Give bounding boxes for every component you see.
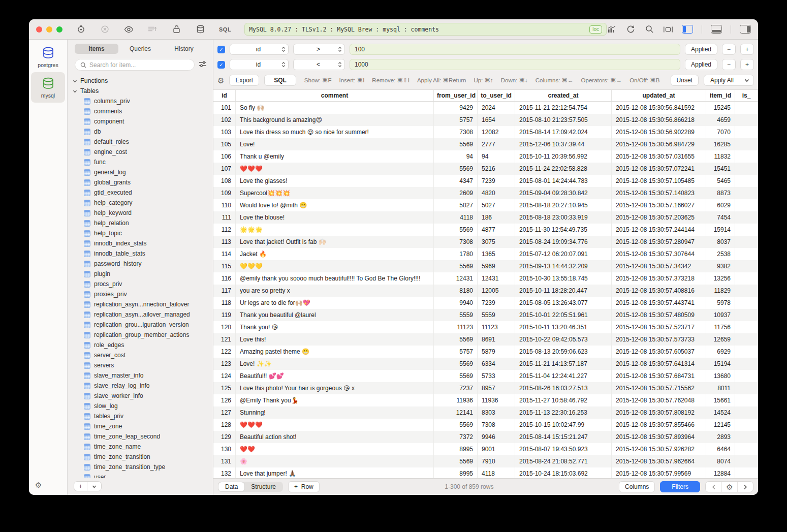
- grid-cell-to_user_id[interactable]: 94: [478, 150, 515, 163]
- add-row-button[interactable]: + Row: [288, 481, 320, 492]
- grid-cell-from_user_id[interactable]: 7237: [434, 382, 478, 394]
- sidebar-table-item[interactable]: tables_priv: [68, 411, 213, 421]
- filters-button[interactable]: Filters: [660, 481, 700, 492]
- grid-cell-updated_at[interactable]: 2015-12-08 15:30:57.926282: [612, 443, 706, 455]
- grid-cell-is_[interactable]: [735, 394, 758, 406]
- filter-enabled-checkbox[interactable]: ✓: [217, 61, 225, 69]
- remove-filter-button[interactable]: −: [722, 59, 736, 70]
- grid-cell-is_[interactable]: [735, 370, 758, 382]
- grid-cell-id[interactable]: 125: [213, 382, 236, 394]
- grid-cell-id[interactable]: 107: [213, 163, 236, 175]
- grid-cell-updated_at[interactable]: 2015-12-08 15:30:57.893964: [612, 431, 706, 443]
- grid-cell-item_id[interactable]: 4659: [706, 114, 735, 126]
- grid-cell-from_user_id[interactable]: 8995: [434, 443, 478, 455]
- sidebar-table-item[interactable]: innodb_index_stats: [68, 238, 213, 248]
- sidebar-table-item[interactable]: help_keyword: [68, 208, 213, 218]
- grid-cell-item_id[interactable]: 7454: [706, 211, 735, 224]
- add-item-button[interactable]: +: [74, 482, 87, 491]
- table-row[interactable]: 112🌟🌟🌟556948772015-11-30 12:54:49.735201…: [213, 224, 758, 236]
- table-row[interactable]: 119Thank you beautiful @laurel5559555920…: [213, 309, 758, 321]
- grid-cell-comment[interactable]: Love this!: [236, 333, 434, 346]
- grid-cell-from_user_id[interactable]: 2609: [434, 187, 478, 199]
- grid-cell-item_id[interactable]: 6464: [706, 443, 735, 455]
- lock-icon[interactable]: [171, 24, 181, 35]
- grid-cell-is_[interactable]: [735, 467, 758, 478]
- grid-cell-to_user_id[interactable]: 11936: [478, 394, 515, 406]
- grid-cell-to_user_id[interactable]: 8303: [478, 406, 515, 419]
- grid-cell-updated_at[interactable]: 2015-12-08 15:30:57.443741: [612, 297, 706, 309]
- filter-value-input[interactable]: [350, 59, 680, 70]
- sidebar-table-item[interactable]: user: [68, 472, 213, 478]
- table-row[interactable]: 113Love that jacket! Outfit is fab 🙌🏻730…: [213, 236, 758, 248]
- sql-preview-button[interactable]: SQL: [264, 75, 296, 86]
- sidebar-table-item[interactable]: password_history: [68, 259, 213, 269]
- grid-cell-is_[interactable]: [735, 126, 758, 138]
- grid-cell-id[interactable]: 120: [213, 321, 236, 333]
- grid-cell-created_at[interactable]: 2015-08-24 19:09:34.776: [515, 236, 612, 248]
- grid-cell-id[interactable]: 119: [213, 309, 236, 321]
- sidebar-table-item[interactable]: global_grants: [68, 177, 213, 187]
- table-row[interactable]: 123Love! ✨✨556963342015-11-21 14:13:57.1…: [213, 358, 758, 370]
- grid-cell-is_[interactable]: [735, 333, 758, 346]
- grid-cell-is_[interactable]: [735, 419, 758, 431]
- toggle-right-panel-icon[interactable]: [740, 25, 751, 34]
- grid-cell-is_[interactable]: [735, 382, 758, 394]
- sidebar-table-item[interactable]: time_zone: [68, 421, 213, 431]
- table-row[interactable]: 120Thank you! 😘11123111232015-10-11 13:2…: [213, 321, 758, 333]
- grid-cell-created_at[interactable]: 2015-11-04 12:24:41.227: [515, 370, 612, 382]
- table-row[interactable]: 131🌸556979102015-08-24 21:08:52.7712015-…: [213, 455, 758, 467]
- grid-cell-from_user_id[interactable]: 5569: [434, 163, 478, 175]
- grid-cell-is_[interactable]: [735, 187, 758, 199]
- sidebar-table-item[interactable]: time_zone_leap_second: [68, 431, 213, 442]
- table-row[interactable]: 103Love this dress so much 😍 so nice for…: [213, 126, 758, 138]
- grid-cell-to_user_id[interactable]: 7239: [478, 297, 515, 309]
- grid-cell-comment[interactable]: Love! ✨✨: [236, 358, 434, 370]
- sidebar-table-item[interactable]: general_log: [68, 167, 213, 177]
- page-settings-gear-icon[interactable]: ⚙: [721, 482, 737, 492]
- grid-cell-created_at[interactable]: 2015-12-06 10:37:39.44: [515, 138, 612, 150]
- grid-cell-from_user_id[interactable]: 5569: [434, 260, 478, 272]
- column-header[interactable]: to_user_id: [478, 90, 515, 101]
- sidebar-table-item[interactable]: innodb_table_stats: [68, 248, 213, 259]
- connection-mysql[interactable]: mysql: [31, 72, 65, 103]
- table-row[interactable]: 124Beautiful!! 💕💕556957332015-11-04 12:2…: [213, 370, 758, 382]
- sidebar-table-item[interactable]: comments: [68, 106, 213, 116]
- table-row[interactable]: 108Love the glasses!434772392015-08-01 1…: [213, 175, 758, 187]
- filter-column-select[interactable]: id: [230, 44, 289, 55]
- grid-cell-comment[interactable]: ❤️❤️❤️: [236, 163, 434, 175]
- grid-cell-item_id[interactable]: 8873: [706, 187, 735, 199]
- grid-cell-from_user_id[interactable]: 94: [434, 150, 478, 163]
- grid-cell-is_[interactable]: [735, 272, 758, 285]
- grid-cell-comment[interactable]: @Emily Thank you💃: [236, 394, 434, 406]
- grid-cell-id[interactable]: 132: [213, 467, 236, 478]
- grid-cell-item_id[interactable]: 15914: [706, 224, 735, 236]
- grid-cell-id[interactable]: 102: [213, 114, 236, 126]
- grid-cell-to_user_id[interactable]: 7239: [478, 175, 515, 187]
- data-view-tab[interactable]: Data: [218, 482, 244, 491]
- grid-cell-comment[interactable]: ❤️❤️: [236, 443, 434, 455]
- sidebar-table-item[interactable]: time_zone_transition: [68, 452, 213, 462]
- grid-cell-id[interactable]: 111: [213, 211, 236, 224]
- grid-cell-created_at[interactable]: 2015-08-18 23:00:33.919: [515, 211, 612, 224]
- add-filter-button[interactable]: +: [740, 59, 754, 70]
- sidebar-table-item[interactable]: component: [68, 116, 213, 127]
- table-row[interactable]: 130❤️❤️899590012015-08-07 19:43:50.92320…: [213, 443, 758, 455]
- grid-cell-from_user_id[interactable]: 11936: [434, 394, 478, 406]
- grid-cell-id[interactable]: 122: [213, 346, 236, 358]
- grid-cell-item_id[interactable]: 7070: [706, 126, 735, 138]
- grid-cell-item_id[interactable]: 5465: [706, 175, 735, 187]
- grid-cell-from_user_id[interactable]: 5569: [434, 419, 478, 431]
- preview-eye-icon[interactable]: [123, 24, 134, 35]
- grid-cell-from_user_id[interactable]: 5569: [434, 455, 478, 467]
- table-row[interactable]: 105Love!556927772015-12-06 10:37:39.4420…: [213, 138, 758, 150]
- column-header[interactable]: id: [213, 90, 236, 101]
- toggle-left-panel-icon[interactable]: [682, 25, 693, 34]
- table-row[interactable]: 101So fly 🙌🏼942920242015-11-21 22:12:54.…: [213, 102, 758, 114]
- grid-cell-is_[interactable]: [735, 224, 758, 236]
- grid-cell-created_at[interactable]: 2015-08-14 15:15:21.247: [515, 431, 612, 443]
- grid-cell-comment[interactable]: Would love to! @mith 😬: [236, 199, 434, 211]
- column-header[interactable]: item_id: [706, 90, 735, 101]
- sidebar-table-item[interactable]: time_zone_name: [68, 442, 213, 452]
- grid-cell-to_user_id[interactable]: 2024: [478, 102, 515, 114]
- grid-cell-created_at[interactable]: 2015-08-14 17:09:42.024: [515, 126, 612, 138]
